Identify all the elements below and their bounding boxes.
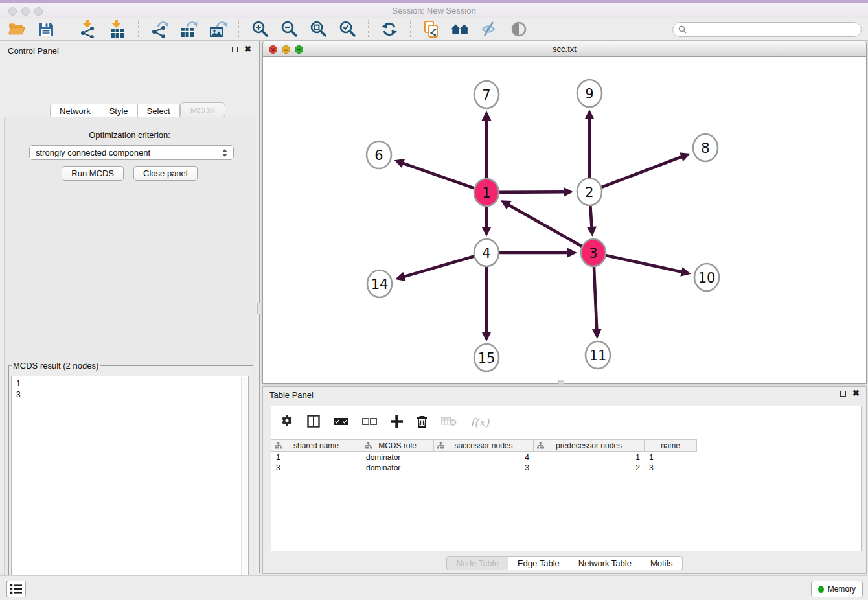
network-canvas[interactable]: 7968124314101511 xyxy=(263,57,866,383)
mcds-panel: Optimization criterion: strongly connect… xyxy=(4,117,255,600)
run-mcds-button[interactable]: Run MCDS xyxy=(62,166,124,181)
column-header-predecessor-nodes[interactable]: predecessor nodes xyxy=(534,440,645,451)
graph-edge[interactable] xyxy=(590,203,591,228)
table-cell[interactable]: 1 xyxy=(271,452,361,463)
zoom-out-icon[interactable] xyxy=(279,19,299,39)
select-all-icon[interactable] xyxy=(334,417,348,428)
graph-node-8[interactable]: 8 xyxy=(693,134,718,161)
close-table-panel-icon[interactable]: ✖ xyxy=(852,390,860,397)
toolbar-separator xyxy=(238,20,239,38)
tab-style[interactable]: Style xyxy=(100,104,138,118)
graph-edge[interactable] xyxy=(508,205,583,248)
table-cell[interactable]: 4 xyxy=(434,452,534,463)
column-header-successor-nodes[interactable]: successor nodes xyxy=(434,440,534,451)
table-cell[interactable]: 3 xyxy=(434,463,534,473)
mcds-result-group: MCDS result (2 nodes) 13 xyxy=(8,361,253,600)
deselect-all-icon[interactable] xyxy=(362,417,377,428)
save-session-icon[interactable] xyxy=(36,19,56,39)
tab-select[interactable]: Select xyxy=(138,104,180,118)
toolbar-separator xyxy=(67,20,67,38)
table-cell[interactable]: dominator xyxy=(361,463,434,473)
table-cell[interactable]: 1 xyxy=(534,452,645,463)
hide-graphics-details-icon[interactable] xyxy=(479,19,500,39)
graph-edge[interactable] xyxy=(600,156,683,187)
table-cell[interactable]: dominator xyxy=(361,452,434,463)
graph-edge[interactable] xyxy=(402,163,475,189)
tab-network-table[interactable]: Network Table xyxy=(569,556,641,570)
graph-edge[interactable] xyxy=(594,264,597,330)
edge-arrowhead xyxy=(680,267,691,277)
graph-node-3[interactable]: 3 xyxy=(581,239,606,266)
tab-mcds[interactable]: MCDS xyxy=(180,102,225,118)
column-header-MCDS-role[interactable]: MCDS role xyxy=(361,440,434,451)
cyndex-home-icon[interactable] xyxy=(450,19,471,39)
column-header-shared-name[interactable]: shared name xyxy=(271,440,361,451)
close-panel-button[interactable]: Close panel xyxy=(133,166,198,181)
column-header-name[interactable]: name xyxy=(645,440,697,451)
mcds-result-line: 1 xyxy=(12,376,248,389)
statusbar: Memory xyxy=(0,575,868,600)
graph-node-14[interactable]: 14 xyxy=(367,270,392,297)
zoom-fit-icon[interactable] xyxy=(308,19,328,39)
edge-arrowhead xyxy=(567,248,577,258)
copy-network-icon[interactable] xyxy=(421,19,442,39)
import-table-icon[interactable] xyxy=(107,19,128,39)
mcds-result-title: MCDS result (2 nodes) xyxy=(12,361,100,371)
graph-node-1[interactable]: 1 xyxy=(474,179,499,206)
table-cell[interactable]: 1 xyxy=(645,452,697,463)
result-scrollbar[interactable] xyxy=(241,377,247,600)
delete-column-icon[interactable] xyxy=(417,415,428,430)
table-row[interactable]: 1dominator411 xyxy=(271,452,697,463)
optimization-criterion-label: Optimization criterion: xyxy=(5,130,255,140)
table-cell[interactable]: 2 xyxy=(534,463,645,473)
edge-arrowhead xyxy=(395,272,405,281)
float-panel-icon[interactable] xyxy=(232,47,238,52)
graph-node-4[interactable]: 4 xyxy=(474,239,499,266)
graph-node-15[interactable]: 15 xyxy=(474,344,499,371)
zoom-selected-icon[interactable] xyxy=(337,19,358,39)
graph-node-9[interactable]: 9 xyxy=(577,80,602,107)
svg-text:9: 9 xyxy=(585,86,593,102)
graph-edge[interactable] xyxy=(605,255,683,272)
float-table-panel-icon[interactable] xyxy=(840,391,846,397)
window-resize-grip[interactable] xyxy=(558,380,564,384)
show-graphics-details-icon[interactable] xyxy=(508,19,529,39)
refresh-icon[interactable] xyxy=(379,19,400,39)
add-column-icon[interactable] xyxy=(391,415,403,430)
export-table-icon[interactable] xyxy=(178,19,199,39)
graph-edge[interactable] xyxy=(403,256,475,277)
graph-edge[interactable] xyxy=(498,192,565,192)
close-panel-icon[interactable]: ✖ xyxy=(244,46,251,52)
graph-node-6[interactable]: 6 xyxy=(367,141,391,168)
show-columns-icon[interactable] xyxy=(307,415,320,430)
tab-network[interactable]: Network xyxy=(50,104,100,118)
list-icon xyxy=(10,584,22,594)
import-network-icon[interactable] xyxy=(78,19,98,39)
control-panel: Control Panel ✖ NetworkStyleSelectMCDS O… xyxy=(0,41,260,573)
table-cell[interactable]: 3 xyxy=(271,463,361,473)
svg-text:14: 14 xyxy=(371,277,389,292)
network-view-window: ✕ − + scc.txt 7968124314101511 xyxy=(262,41,867,384)
task-history-button[interactable] xyxy=(6,581,26,597)
edge-arrowhead xyxy=(587,227,597,237)
graph-node-7[interactable]: 7 xyxy=(474,81,499,108)
tab-edge-table[interactable]: Edge Table xyxy=(508,556,569,570)
tab-node-table[interactable]: Node Table xyxy=(446,556,508,570)
graph-node-11[interactable]: 11 xyxy=(586,341,610,369)
zoom-in-icon[interactable] xyxy=(249,19,270,39)
search-input[interactable] xyxy=(690,25,856,34)
table-row[interactable]: 3dominator323 xyxy=(271,463,697,473)
tab-motifs[interactable]: Motifs xyxy=(641,556,683,570)
export-network-icon[interactable] xyxy=(149,19,170,39)
mcds-result-textarea[interactable]: 13 xyxy=(11,376,249,600)
graph-node-2[interactable]: 2 xyxy=(577,178,602,205)
edge-arrowhead xyxy=(482,111,492,121)
criterion-dropdown[interactable]: strongly connected component xyxy=(29,145,234,160)
memory-button[interactable]: Memory xyxy=(811,581,863,597)
export-image-icon[interactable] xyxy=(207,19,228,39)
table-cell[interactable]: 3 xyxy=(645,463,697,473)
table-settings-icon[interactable] xyxy=(280,415,293,430)
network-window-titlebar[interactable]: ✕ − + scc.txt xyxy=(263,41,866,57)
open-session-icon[interactable] xyxy=(6,19,27,39)
graph-node-10[interactable]: 10 xyxy=(694,264,719,291)
